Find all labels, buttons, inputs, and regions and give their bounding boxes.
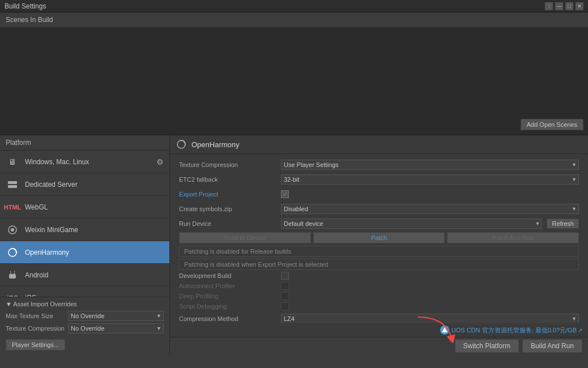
texture-compression-label: Texture Compression xyxy=(6,325,68,332)
run-device-select[interactable]: Default device xyxy=(281,219,542,229)
sidebar-item-android[interactable]: Android xyxy=(0,264,169,286)
development-build-checkbox[interactable] xyxy=(281,272,289,280)
maximize-button[interactable]: □ xyxy=(565,2,573,10)
weixin-icon xyxy=(6,223,19,237)
script-debugging-row: Script Debugging xyxy=(179,302,579,310)
run-device-dropdown: Default device ▼ xyxy=(281,219,542,229)
run-device-label: Run Device xyxy=(179,220,281,227)
svg-point-3 xyxy=(11,228,14,232)
export-project-control xyxy=(281,190,579,198)
sidebar-item-openharmony[interactable]: OpenHarmony xyxy=(0,241,169,264)
title-bar: Build Settings ⋮ — □ ✕ xyxy=(0,0,588,12)
texture-compression-row: Texture Compression No Override ▼ xyxy=(6,323,164,333)
max-texture-select[interactable]: No Override xyxy=(68,311,164,321)
etc2-fallback-row: ETC2 fallback 32-bit ▼ xyxy=(179,173,579,186)
sidebar-item-label: Windows, Mac, Linux xyxy=(25,158,89,166)
etc2-fallback-dropdown: 32-bit ▼ xyxy=(281,174,579,185)
sidebar-item-webgl[interactable]: HTML WebGL xyxy=(0,196,169,219)
compression-method-dropdown: LZ4 ▼ xyxy=(281,314,579,323)
export-project-row: Export Project xyxy=(179,188,579,200)
patch-and-run-button[interactable]: Patch And Run xyxy=(447,232,579,243)
warning-export-project: Patching is disabled when Export Project… xyxy=(179,259,579,270)
refresh-button[interactable]: Refresh xyxy=(547,219,579,229)
compression-method-select[interactable]: LZ4 xyxy=(281,314,579,323)
svg-rect-0 xyxy=(8,181,17,184)
svg-rect-5 xyxy=(9,274,16,279)
deep-profiling-row: Deep Profiling xyxy=(179,292,579,300)
bottom-bar: Switch Platform Build And Run xyxy=(170,337,588,354)
texture-compression-select[interactable]: Use Player Settings xyxy=(281,160,579,170)
etc2-fallback-select[interactable]: 32-bit xyxy=(281,174,579,185)
sidebar-item-label: Android xyxy=(25,271,48,279)
script-debugging-checkbox xyxy=(281,302,289,310)
sidebar-item-label: Weixin MiniGame xyxy=(25,226,78,234)
max-texture-row: Max Texture Size No Override ▼ xyxy=(6,311,164,321)
scenes-header: Scenes In Build xyxy=(0,12,588,28)
svg-line-8 xyxy=(10,271,11,272)
external-link-icon: ↗ xyxy=(578,327,582,333)
svg-marker-11 xyxy=(442,327,448,332)
scenes-title: Scenes In Build xyxy=(6,16,53,24)
scenes-area: Add Open Scenes xyxy=(0,28,588,135)
left-panel: Platform 🖥 Windows, Mac, Linux ⚙ Dedicat… xyxy=(0,135,170,354)
platform-title: Platform xyxy=(6,139,31,147)
right-header-title: OpenHarmony xyxy=(191,140,240,149)
build-to-device-button[interactable]: Build to Device xyxy=(179,232,311,243)
etc2-fallback-label: ETC2 fallback xyxy=(179,176,281,183)
export-project-checkbox[interactable] xyxy=(281,190,289,198)
webgl-icon: HTML xyxy=(6,200,19,214)
export-project-label[interactable]: Export Project xyxy=(179,191,281,198)
max-texture-dropdown-wrapper: No Override ▼ xyxy=(68,311,164,321)
autoconnect-profiler-checkbox xyxy=(281,282,289,290)
script-debugging-label: Script Debugging xyxy=(179,303,281,310)
autoconnect-profiler-label: Autoconnect Profiler xyxy=(179,283,281,289)
compression-method-row: Compression Method LZ4 ▼ xyxy=(179,313,579,323)
asset-import-overrides: ▼ Asset Import Overrides Max Texture Siz… xyxy=(0,297,169,354)
uos-cdn-icon xyxy=(440,326,449,335)
sidebar-item-dedicated-server[interactable]: Dedicated Server xyxy=(0,173,169,196)
menu-button[interactable]: ⋮ xyxy=(545,2,553,10)
sidebar-item-weixin[interactable]: Weixin MiniGame xyxy=(0,219,169,241)
build-buttons-row: Build to Device Patch Patch And Run xyxy=(179,232,579,243)
uos-cdn-section: UOS CDN 官方资源托管服务, 最低0.0?元/GB ↗ xyxy=(170,323,588,337)
right-panel: OpenHarmony Texture Compression Use Play… xyxy=(170,135,588,354)
sidebar-item-label: OpenHarmony xyxy=(25,249,69,256)
gear-icon[interactable]: ⚙ xyxy=(156,157,164,166)
create-symbols-row: Create symbols.zip Disabled ▼ xyxy=(179,203,579,215)
add-open-scenes-button[interactable]: Add Open Scenes xyxy=(521,119,583,130)
switch-platform-button[interactable]: Switch Platform xyxy=(455,339,519,353)
ios-icon: iOS xyxy=(6,291,19,297)
close-button[interactable]: ✕ xyxy=(576,2,583,10)
build-and-run-button[interactable]: Build And Run xyxy=(522,339,582,353)
main-area: Platform 🖥 Windows, Mac, Linux ⚙ Dedicat… xyxy=(0,135,588,354)
sidebar-item-label: iOS xyxy=(25,294,36,297)
sidebar-item-windows[interactable]: 🖥 Windows, Mac, Linux ⚙ xyxy=(0,151,169,173)
autoconnect-profiler-row: Autoconnect Profiler xyxy=(179,282,579,290)
window-controls: ⋮ — □ ✕ xyxy=(545,2,583,10)
deep-profiling-checkbox xyxy=(281,292,289,300)
uos-cdn-link[interactable]: UOS CDN 官方资源托管服务, 最低0.0?元/GB xyxy=(451,326,577,335)
svg-line-9 xyxy=(14,271,15,272)
window-title: Build Settings xyxy=(5,2,545,10)
texture-compression-select[interactable]: No Override xyxy=(68,323,164,333)
svg-point-7 xyxy=(14,273,15,274)
android-icon xyxy=(6,268,19,282)
player-settings-button[interactable]: Player Settings... xyxy=(6,339,65,350)
settings-rows: Texture Compression Use Player Settings … xyxy=(170,154,588,323)
texture-compression-label: Texture Compression xyxy=(179,161,281,168)
deep-profiling-label: Deep Profiling xyxy=(179,293,281,299)
asset-overrides-title[interactable]: ▼ Asset Import Overrides xyxy=(6,301,164,307)
warning-release-builds: Patching is disabled for Release builds xyxy=(179,246,579,257)
create-symbols-label: Create symbols.zip xyxy=(179,206,281,212)
max-texture-label: Max Texture Size xyxy=(6,313,68,319)
windows-icon: 🖥 xyxy=(6,155,19,169)
create-symbols-select[interactable]: Disabled xyxy=(281,204,579,214)
svg-rect-1 xyxy=(8,185,17,188)
minimize-button[interactable]: — xyxy=(555,2,563,10)
patch-button[interactable]: Patch xyxy=(313,232,445,243)
openharmony-icon xyxy=(6,246,19,259)
texture-compression-row: Texture Compression Use Player Settings … xyxy=(179,159,579,171)
right-panel-header: OpenHarmony xyxy=(170,135,588,154)
texture-compression-dropdown: Use Player Settings ▼ xyxy=(281,160,579,170)
sidebar-item-ios[interactable]: iOS iOS xyxy=(0,286,169,297)
